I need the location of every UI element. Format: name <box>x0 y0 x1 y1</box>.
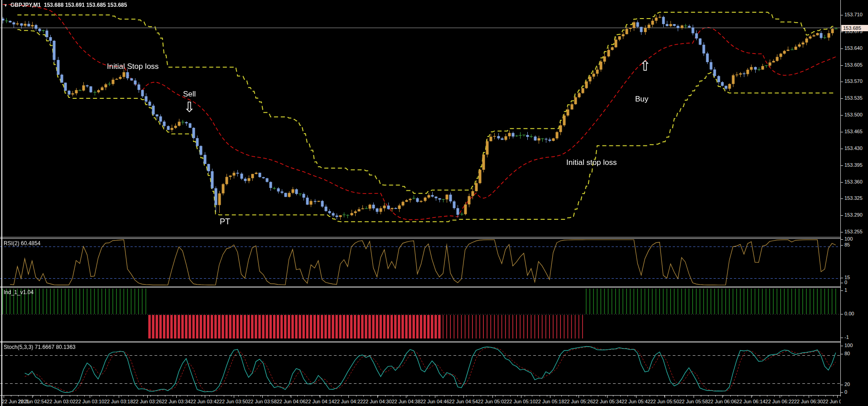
time-minor-tick <box>238 396 239 396</box>
time-minor-tick <box>613 396 613 396</box>
price-tick-mark <box>841 82 843 82</box>
time-minor-tick <box>4 396 4 396</box>
histogram-chart-canvas[interactable] <box>0 288 841 340</box>
price-tick-mark <box>841 115 843 116</box>
time-tick-label: 22 Jun 04:06 <box>277 399 306 404</box>
time-minor-tick <box>158 396 158 396</box>
time-tick-label: 22 Jun 04:46 <box>420 399 449 404</box>
time-minor-tick <box>781 396 782 396</box>
price-tick-mark <box>841 132 843 132</box>
time-minor-tick <box>650 396 650 396</box>
rsi-tick-mark <box>841 278 843 278</box>
time-tick-label: 22 Jun 02:54 <box>18 399 47 404</box>
price-tick-label: 153.430 <box>844 145 863 151</box>
time-minor-tick <box>121 396 121 396</box>
time-minor-tick <box>106 396 107 396</box>
time-tick-label: 22 Jun 04:14 <box>305 399 334 404</box>
time-minor-tick <box>246 396 246 396</box>
trading-terminal-window: ▼GBPJPY,M1 153.688 153.691 153.685 153.6… <box>0 0 868 406</box>
price-tick-label: 153.500 <box>844 112 863 117</box>
time-minor-tick <box>18 396 19 396</box>
time-tick-label: 22 Jun 06:06 <box>708 399 737 404</box>
time-minor-tick <box>224 396 224 396</box>
time-tick-label: 22 Jun 05:18 <box>535 399 564 404</box>
time-tick-mark <box>262 396 263 398</box>
time-minor-tick <box>576 396 577 396</box>
ind-tick-label: 0.00 <box>844 311 854 316</box>
time-minor-tick <box>33 396 34 396</box>
price-tick-label: 153.535 <box>844 95 863 101</box>
time-minor-tick <box>407 396 408 396</box>
time-minor-tick <box>503 396 503 396</box>
histogram-panel-label: Ind_1_v1.04 <box>4 289 34 295</box>
time-tick-label: 22 Jun 05:58 <box>679 399 708 404</box>
time-minor-tick <box>297 396 298 396</box>
time-tick-label: 22 Jun 06:22 <box>765 399 794 404</box>
time-tick-mark <box>636 396 637 398</box>
initial-stop-loss-right[interactable]: Initial stop loss <box>566 159 617 166</box>
time-minor-tick <box>488 396 488 396</box>
time-minor-tick <box>173 396 173 396</box>
time-minor-tick <box>517 396 518 396</box>
rsi-tick-label: 0 <box>844 280 847 285</box>
time-minor-tick <box>283 396 283 396</box>
chart-dropdown-icon: ▼ <box>4 3 8 8</box>
stoch-tick-mark <box>841 354 843 354</box>
time-axis[interactable]: 22 Jun 202122 Jun 02:5422 Jun 03:0222 Ju… <box>0 395 868 406</box>
price-tick-label: 153.465 <box>844 129 863 134</box>
stochastic-chart-canvas[interactable] <box>0 343 841 395</box>
price-tick-mark <box>841 32 843 32</box>
time-minor-tick <box>327 396 327 396</box>
rsi-tick-mark <box>841 239 843 240</box>
time-minor-tick <box>547 396 547 396</box>
stoch-tick-label: 100 <box>844 343 853 348</box>
time-tick-mark <box>406 396 406 398</box>
time-minor-tick <box>532 396 532 396</box>
time-minor-tick <box>393 396 393 396</box>
time-minor-tick <box>825 396 826 396</box>
buy-label[interactable]: Buy <box>635 95 648 103</box>
time-minor-tick <box>11 396 11 396</box>
sell-arrow-icon[interactable]: ⇩ <box>183 100 195 114</box>
rsi-indicator-panel: RSI(2) 60.4854 <box>0 238 841 287</box>
price-tick-mark <box>841 15 843 15</box>
window-left-border <box>1 0 2 406</box>
value-axis-column[interactable]: 153.685 153.710153.675153.640153.605153.… <box>841 0 868 406</box>
candlestick-chart-canvas[interactable] <box>0 0 841 237</box>
current-price-tag: 153.685 <box>841 25 868 31</box>
rsi-panel-label: RSI(2) 60.4854 <box>4 240 40 246</box>
time-tick-label: 22 Jun 03:50 <box>219 399 248 404</box>
time-tick-mark <box>809 396 809 398</box>
initial-stop-loss-left[interactable]: Initial Stop loss <box>107 63 159 70</box>
rsi-chart-canvas[interactable] <box>0 239 841 285</box>
time-tick-mark <box>176 396 177 398</box>
time-minor-tick <box>723 396 723 396</box>
time-minor-tick <box>583 396 584 396</box>
time-minor-tick <box>268 396 268 396</box>
time-minor-tick <box>458 396 459 396</box>
time-minor-tick <box>385 396 386 396</box>
time-tick-mark <box>521 396 521 398</box>
ind-tick-mark <box>841 290 843 291</box>
time-minor-tick <box>26 396 26 396</box>
time-minor-tick <box>202 396 202 396</box>
histogram-indicator-panel: Ind_1_v1.04 <box>0 287 841 342</box>
time-tick-label: 22 Jun 05:50 <box>650 399 679 404</box>
time-tick-label: 22 Jun 04:30 <box>363 399 392 404</box>
time-tick-label: 22 Jun 03:02 <box>47 399 76 404</box>
pt-label[interactable]: PT <box>220 218 230 226</box>
time-minor-tick <box>70 396 70 396</box>
time-minor-tick <box>466 396 467 396</box>
time-minor-tick <box>811 396 811 396</box>
time-tick-mark <box>435 396 435 398</box>
sell-label[interactable]: Sell <box>183 90 196 98</box>
time-minor-tick <box>642 396 642 396</box>
time-minor-tick <box>481 396 481 396</box>
time-minor-tick <box>833 396 834 396</box>
time-minor-tick <box>738 396 738 396</box>
time-minor-tick <box>128 396 129 396</box>
buy-arrow-icon[interactable]: ⇧ <box>639 59 651 73</box>
price-tick-mark <box>841 149 843 149</box>
time-tick-label: 22 Jun 05:34 <box>593 399 622 404</box>
time-minor-tick <box>818 396 819 396</box>
